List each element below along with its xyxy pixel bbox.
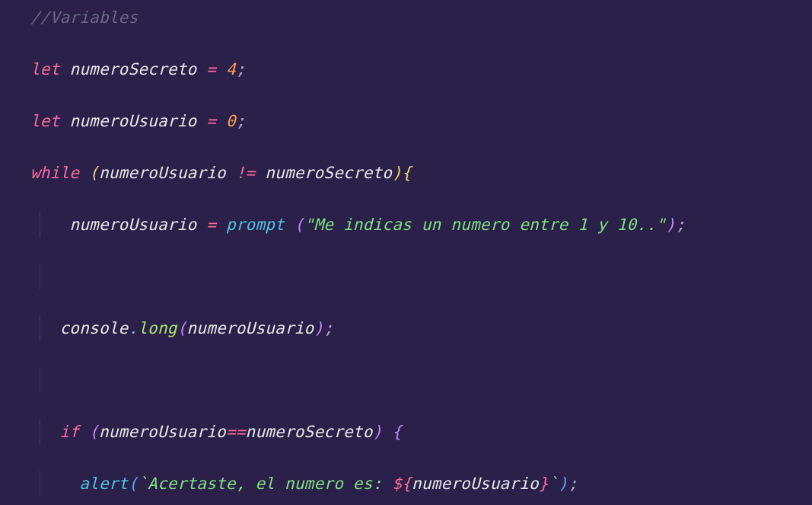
operator: =: [206, 60, 216, 78]
keyword-let: let: [30, 60, 60, 78]
semicolon: ;: [568, 475, 578, 493]
dot: .: [128, 319, 138, 337]
identifier: numeroSecreto: [69, 60, 196, 78]
brace-open: {: [392, 423, 402, 441]
keyword-if: if: [60, 423, 80, 441]
semicolon: ;: [323, 319, 333, 337]
identifier: numeroUsuario: [412, 475, 539, 493]
operator: ==: [226, 423, 246, 441]
number-literal: 0: [226, 112, 236, 130]
identifier: console: [60, 319, 129, 337]
code-editor[interactable]: //Variables let numeroSecreto = 4; let n…: [0, 0, 812, 505]
paren-open: (: [89, 423, 99, 441]
identifier: numeroSecreto: [265, 164, 392, 182]
operator: =: [206, 112, 216, 130]
identifier: numeroUsuario: [187, 319, 314, 337]
paren-open: (: [295, 216, 304, 234]
code-line: while (numeroUsuario != numeroSecreto){: [0, 160, 812, 186]
method-call: long: [138, 319, 177, 337]
code-line: console.long(numeroUsuario);: [0, 315, 812, 341]
string-literal: "Me indicas un numero entre 1 y 10..": [304, 216, 666, 234]
code-line: //Variables: [0, 5, 812, 30]
code-line: let numeroUsuario = 0;: [0, 108, 812, 134]
paren-open: (: [177, 319, 187, 337]
semicolon: ;: [236, 60, 246, 78]
paren-close: ): [373, 423, 383, 441]
paren-close: ): [666, 216, 676, 234]
code-line: numeroUsuario = prompt ("Me indicas un n…: [0, 212, 812, 238]
code-line: let numeroSecreto = 4;: [0, 56, 812, 82]
paren-open: (: [128, 475, 138, 493]
identifier: numeroUsuario: [69, 216, 196, 234]
semicolon: ;: [236, 112, 246, 130]
brace-open: {: [402, 164, 412, 182]
code-line: [0, 367, 812, 393]
template-literal: `Acertaste, el numero es:: [138, 475, 392, 493]
paren-close: ): [314, 319, 323, 337]
function-call: alert: [79, 475, 128, 493]
template-interp-open: ${: [392, 475, 412, 493]
operator: =: [206, 216, 216, 234]
code-line: [0, 264, 812, 289]
identifier: numeroUsuario: [99, 164, 226, 182]
code-line: if (numeroUsuario==numeroSecreto) {: [0, 419, 812, 445]
keyword-while: while: [30, 164, 79, 182]
paren-close: ): [559, 475, 568, 493]
paren-close: ): [392, 164, 402, 182]
identifier: numeroUsuario: [69, 112, 196, 130]
code-line: alert(`Acertaste, el numero es: ${numero…: [0, 471, 812, 497]
paren-open: (: [89, 164, 99, 182]
number-literal: 4: [226, 60, 236, 78]
semicolon: ;: [676, 216, 686, 234]
template-literal: `: [549, 475, 559, 493]
template-interp-close: }: [539, 475, 549, 493]
function-call: prompt: [226, 216, 285, 234]
identifier: numeroUsuario: [99, 423, 226, 441]
identifier: numeroSecreto: [246, 423, 373, 441]
keyword-let: let: [30, 112, 60, 130]
comment: //Variables: [30, 8, 138, 27]
operator: !=: [236, 164, 256, 182]
